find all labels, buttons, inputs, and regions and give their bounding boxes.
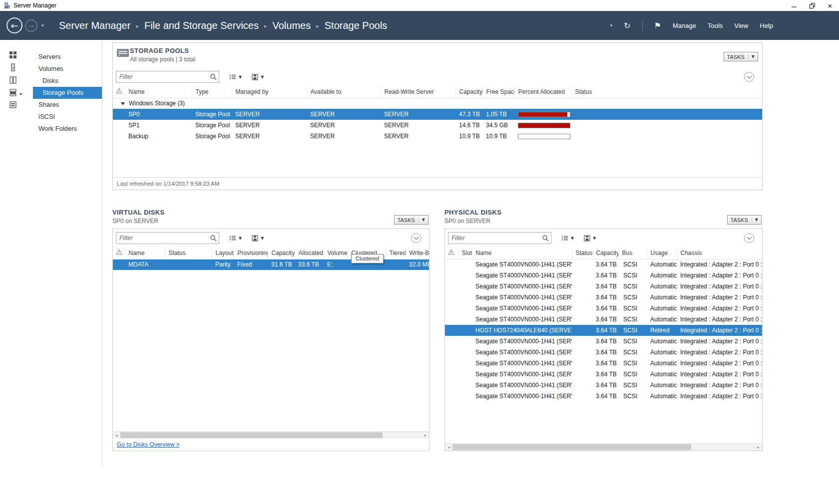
sidebar-item-storage-pools[interactable]: Storage Pools — [33, 87, 102, 99]
collapse-group-icon[interactable] — [121, 102, 125, 105]
physical-disk-row[interactable]: Seagate ST4000VN000-1H41 (SERVER) 3.64 T… — [445, 380, 762, 391]
saved-filters-button[interactable]: ▼ — [229, 235, 242, 241]
collapse-panel-button[interactable] — [744, 233, 754, 243]
local-server-icon[interactable] — [8, 63, 17, 71]
physical-disk-row[interactable]: Seagate ST4000VN000-1H41 (SERVER) 3.64 T… — [445, 259, 762, 270]
sidebar-item-volumes[interactable]: Volumes — [33, 63, 102, 75]
column-header-status[interactable]: Status — [571, 86, 762, 98]
notifications-chevron-icon[interactable]: ▾ — [610, 23, 613, 28]
column-header-allocated[interactable]: Allocated — [295, 247, 324, 259]
column-header-type[interactable]: Type — [192, 86, 232, 98]
physical-disk-row[interactable]: Seagate ST4000VN000-1H41 (SERVER) 3.64 T… — [445, 391, 762, 402]
dashboard-icon[interactable] — [8, 51, 17, 59]
column-header-name[interactable]: Name — [125, 86, 192, 98]
role-icon[interactable] — [8, 101, 17, 109]
physical-disk-row[interactable]: Seagate ST4000VN000-1H41 (SERVER) 3.64 T… — [445, 314, 762, 325]
column-header-status[interactable]: Status — [165, 247, 212, 259]
go-to-disks-overview-link[interactable]: Go to Disks Overview > — [117, 441, 180, 448]
forward-button[interactable]: → — [25, 19, 37, 32]
column-header-capacity[interactable]: Capacity — [592, 247, 618, 259]
collapse-panel-button[interactable] — [744, 72, 754, 82]
scroll-left-icon[interactable]: ◂ — [445, 444, 452, 451]
sidebar-item-disks[interactable]: Disks — [33, 75, 102, 87]
storage-pools-tasks-button[interactable]: TASKS ▼ — [724, 52, 758, 61]
alert-column-header[interactable] — [113, 86, 125, 98]
physical-disk-row[interactable]: Seagate ST4000VN000-1H41 (SERVER) 3.64 T… — [445, 347, 762, 358]
scroll-right-icon[interactable]: ▸ — [755, 444, 762, 451]
horizontal-scrollbar[interactable]: ◂ ▸ — [113, 431, 429, 439]
scrollbar-thumb[interactable] — [452, 444, 691, 450]
breadcrumb-file-storage-services[interactable]: File and Storage Services — [144, 20, 259, 31]
collapse-panel-button[interactable] — [411, 233, 421, 243]
column-header-capacity[interactable]: Capacity — [268, 247, 295, 259]
menu-tools[interactable]: Tools — [708, 22, 723, 29]
column-header-layout[interactable]: Layout — [212, 247, 234, 259]
column-header-free-space[interactable]: Free Space — [482, 86, 514, 98]
storage-pool-row[interactable]: Backup Storage Pool SERVER SERVER SERVER… — [113, 131, 762, 142]
column-header-chassis[interactable]: Chassis — [677, 247, 762, 259]
alert-column-header[interactable] — [113, 247, 125, 259]
minimize-button[interactable] — [785, 0, 803, 11]
menu-view[interactable]: View — [734, 22, 748, 29]
export-button[interactable]: ▼ — [252, 235, 264, 242]
menu-manage[interactable]: Manage — [673, 22, 696, 29]
column-header-status[interactable]: Status — [572, 247, 592, 259]
column-header-managed-by[interactable]: Managed by — [232, 86, 307, 98]
export-button[interactable]: ▼ — [584, 235, 596, 242]
column-header-name[interactable]: Name — [472, 247, 572, 259]
scroll-left-icon[interactable]: ◂ — [113, 432, 120, 439]
physical-disk-row[interactable]: Seagate ST4000VN000-1H41 (SERVER) 3.64 T… — [445, 281, 762, 292]
scrollbar-track[interactable] — [120, 432, 421, 439]
column-header-slot[interactable]: Slot — [458, 247, 472, 259]
all-servers-icon[interactable] — [8, 76, 17, 84]
column-header-volume[interactable]: Volume — [324, 247, 348, 259]
physical-disk-row[interactable]: Seagate ST4000VN000-1H41 (SERVER) 3.64 T… — [445, 270, 762, 281]
alert-column-header[interactable] — [445, 247, 458, 259]
scrollbar-track[interactable] — [452, 444, 755, 451]
filter-input[interactable] — [116, 232, 219, 244]
refresh-icon[interactable]: ↻ — [624, 21, 630, 30]
sidebar-item-servers[interactable]: Servers — [33, 51, 102, 63]
saved-filters-button[interactable]: ▼ — [561, 235, 574, 241]
notifications-flag-icon[interactable]: ⚑ — [654, 21, 661, 30]
physical-disk-row[interactable]: Seagate ST4000VN000-1H41 (SERVER) 3.64 T… — [445, 336, 762, 347]
menu-help[interactable]: Help — [760, 22, 773, 29]
physical-disk-row[interactable]: HGST HDS724040ALE640 (SERVER) 3.64 TB SC… — [445, 325, 762, 336]
physical-disk-row[interactable]: Seagate ST4000VN000-1H41 (SERVER) 3.64 T… — [445, 369, 762, 380]
storage-pool-row[interactable]: SP1 Storage Pool SERVER SERVER SERVER 14… — [113, 120, 762, 131]
column-header-bus[interactable]: Bus — [618, 247, 647, 259]
flyout-chevron-icon[interactable]: ▸ — [20, 91, 22, 96]
close-button[interactable]: × — [821, 0, 839, 11]
group-row-windows-storage[interactable]: Windows Storage (3) — [113, 98, 762, 109]
sidebar-item-shares[interactable]: Shares — [33, 99, 102, 111]
filter-input[interactable] — [448, 232, 551, 244]
scrollbar-thumb[interactable] — [120, 432, 383, 438]
restore-button[interactable] — [803, 0, 821, 11]
breadcrumb-volumes[interactable]: Volumes — [272, 20, 311, 31]
column-header-write-back[interactable]: Write-B — [406, 247, 429, 259]
physical-disk-row[interactable]: Seagate ST4000VN000-1H41 (SERVER) 3.64 T… — [445, 292, 762, 303]
export-button[interactable]: ▼ — [252, 74, 264, 80]
back-button[interactable]: ← — [6, 17, 22, 33]
physical-disks-tasks-button[interactable]: TASKS ▼ — [727, 215, 762, 225]
sidebar-item-work-folders[interactable]: Work Folders — [33, 123, 102, 135]
horizontal-scrollbar[interactable]: ◂ ▸ — [445, 443, 762, 451]
file-storage-services-icon[interactable] — [8, 88, 17, 96]
column-header-rw-server[interactable]: Read-Write Server — [381, 86, 455, 98]
column-header-tiered[interactable]: Tiered — [386, 247, 406, 259]
column-header-percent-allocated[interactable]: Percent Allocated — [514, 86, 571, 98]
column-header-provisioning[interactable]: Provisioning — [234, 247, 268, 259]
column-header-available-to[interactable]: Available to — [307, 86, 381, 98]
history-chevron-icon[interactable]: ▾ — [41, 23, 44, 28]
column-header-usage[interactable]: Usage — [647, 247, 677, 259]
physical-disk-row[interactable]: Seagate ST4000VN000-1H41 (SERVER) 3.64 T… — [445, 303, 762, 314]
scroll-right-icon[interactable]: ▸ — [421, 432, 429, 439]
filter-input[interactable] — [116, 71, 219, 83]
virtual-disks-tasks-button[interactable]: TASKS ▼ — [394, 215, 428, 225]
storage-pool-row[interactable]: SP0 Storage Pool SERVER SERVER SERVER 47… — [113, 109, 762, 120]
physical-disk-row[interactable]: Seagate ST4000VN000-1H41 (SERVER) 3.64 T… — [445, 358, 762, 369]
breadcrumb-storage-pools[interactable]: Storage Pools — [325, 20, 388, 31]
column-header-capacity[interactable]: Capacity — [455, 86, 482, 98]
breadcrumb-server-manager[interactable]: Server Manager — [59, 20, 130, 31]
saved-filters-button[interactable]: ▼ — [229, 74, 242, 80]
